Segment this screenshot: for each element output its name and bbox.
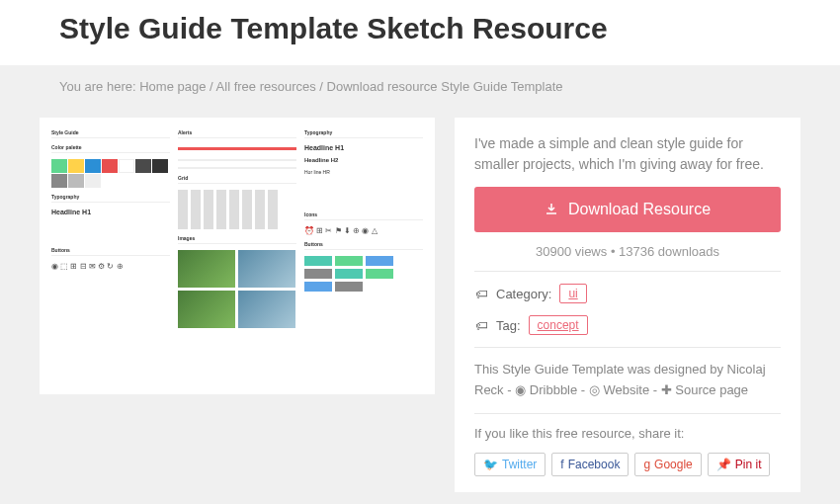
preview-palette-label: Color palette xyxy=(51,144,170,153)
views-count: 30900 views xyxy=(536,244,607,259)
tag-icon: 🏷 xyxy=(474,287,488,300)
preview-h1b: Headline H1 xyxy=(304,144,423,151)
dribbble-icon: ◉ xyxy=(515,382,526,397)
breadcrumb-current: Download resource Style Guide Template xyxy=(327,79,563,94)
google-icon: g xyxy=(643,458,650,471)
preview-hr: Hor line HR xyxy=(304,169,423,175)
breadcrumb-all[interactable]: All free resources xyxy=(216,79,316,94)
divider xyxy=(474,347,781,348)
preview-icons-label: Icons xyxy=(304,211,423,220)
preview-h2: Headline H2 xyxy=(304,157,423,163)
dribbble-link[interactable]: Dribbble xyxy=(530,382,577,397)
plus-icon: ✚ xyxy=(661,382,672,397)
page-header: Style Guide Template Sketch Resource xyxy=(0,0,840,65)
tags-icon: 🏷 xyxy=(474,318,488,332)
share-buttons: 🐦Twitter fFacebook gGoogle 📌Pin it xyxy=(474,453,781,476)
preview-typo-label: Typography xyxy=(51,194,170,203)
tag-value[interactable]: concept xyxy=(529,315,588,335)
breadcrumb: You are here: Home page / All free resou… xyxy=(0,65,840,108)
breadcrumb-prefix: You are here: xyxy=(59,79,136,94)
credit-prefix: This Style Guide Template was designed b… xyxy=(474,362,727,377)
divider xyxy=(474,271,781,272)
preview-images-label: Images xyxy=(178,235,296,244)
preview-thumbs xyxy=(178,250,296,328)
preview-buttons-label: Buttons xyxy=(51,247,170,256)
website-link[interactable]: Website xyxy=(603,382,649,397)
category-label: Category: xyxy=(496,287,551,301)
twitter-icon: 🐦 xyxy=(483,458,498,471)
preview-h1: Headline H1 xyxy=(51,209,170,215)
preview-icons-row: ⏰ ⊞ ✂ ⚑ ⬇ ⊕ ◉ △ xyxy=(304,226,423,235)
share-label: If you like this free resource, share it… xyxy=(474,426,781,441)
preview-styleguide-label: Style Guide xyxy=(51,129,170,138)
resource-preview[interactable]: Style Guide Color palette Typography Hea… xyxy=(40,118,435,394)
downloads-count: 13736 downloads xyxy=(619,244,719,259)
page-title: Style Guide Template Sketch Resource xyxy=(59,12,781,45)
category-value[interactable]: ui xyxy=(559,284,586,303)
preview-palette xyxy=(51,159,170,188)
stats-sep: • xyxy=(611,244,616,259)
preview-grid-label: Grid xyxy=(178,175,296,184)
preview-typo2-label: Typography xyxy=(304,129,423,138)
pinterest-button[interactable]: 📌Pin it xyxy=(708,453,771,476)
credit: This Style Guide Template was designed b… xyxy=(474,360,781,401)
download-button[interactable]: Download Resource xyxy=(474,187,781,232)
preview-btns xyxy=(304,256,423,292)
preview-buttons2-label: Buttons xyxy=(304,241,423,250)
pinterest-icon: 📌 xyxy=(716,458,731,471)
main-content: Style Guide Color palette Typography Hea… xyxy=(0,108,840,492)
category-row: 🏷 Category: ui xyxy=(474,284,781,303)
facebook-icon: f xyxy=(560,458,563,471)
breadcrumb-home[interactable]: Home page xyxy=(139,79,206,94)
preview-bars xyxy=(178,190,296,229)
twitter-button[interactable]: 🐦Twitter xyxy=(474,453,546,476)
preview-icon-row: ◉ ⬚ ⊞ ⊟ ✉ ⚙ ↻ ⊕ xyxy=(51,262,170,271)
source-link[interactable]: Source page xyxy=(675,382,748,397)
preview-alerts-label: Alerts xyxy=(178,129,296,138)
divider xyxy=(474,413,781,414)
google-button[interactable]: gGoogle xyxy=(634,453,701,476)
resource-description: I've made a simple and clean style guide… xyxy=(474,133,781,175)
download-label: Download Resource xyxy=(568,201,711,218)
tag-row: 🏷 Tag: concept xyxy=(474,315,781,335)
tag-label: Tag: xyxy=(496,318,521,333)
download-icon xyxy=(545,203,558,216)
sidebar: I've made a simple and clean style guide… xyxy=(455,118,800,492)
stats: 30900 views • 13736 downloads xyxy=(474,244,781,259)
globe-icon: ◎ xyxy=(589,382,600,397)
facebook-button[interactable]: fFacebook xyxy=(551,453,629,476)
